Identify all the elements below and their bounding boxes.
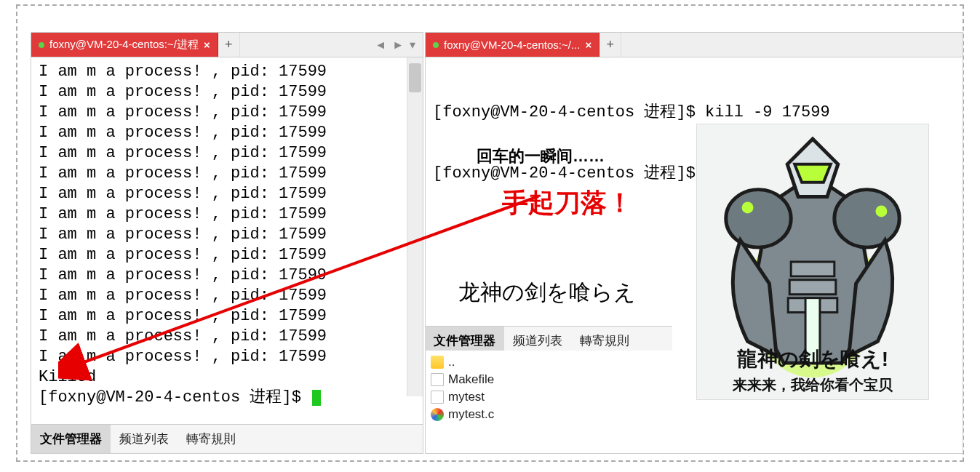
tabbar: foxny@VM-20-4-centos:~/进程 × + ◄ ► ▾ — [31, 33, 423, 57]
terminal-line: I am m a process! , pid: 17599 — [39, 306, 415, 327]
terminal-line: I am m a process! , pid: 17599 — [39, 225, 415, 245]
status-dot-icon — [39, 42, 44, 48]
new-tab-button[interactable]: + — [599, 33, 621, 57]
terminal-line: I am m a process! , pid: 17599 — [39, 82, 415, 103]
file-name: mytest — [448, 390, 485, 404]
svg-point-4 — [726, 190, 791, 248]
file-icon — [431, 391, 444, 404]
terminal-line: [foxny@VM-20-4-centos 进程]$ kill -9 17599 — [433, 103, 955, 123]
scrollbar[interactable] — [407, 57, 423, 396]
file-name: mytest.c — [448, 407, 494, 422]
cursor-icon — [312, 390, 321, 406]
file-row-parent[interactable]: .. — [431, 353, 666, 371]
meme-image: 龍神の剣を喰え! 来来来，我给你看个宝贝 — [696, 124, 929, 400]
bottom-tab-filemanager[interactable]: 文件管理器 — [31, 425, 111, 453]
file-listing: .. Makefile mytest mytest.c — [425, 351, 672, 429]
terminal-line: I am m a process! , pid: 17599 — [39, 184, 415, 204]
terminal-line: I am m a process! , pid: 17599 — [39, 265, 415, 286]
terminal-output[interactable]: [foxny@VM-20-4-centos 进程]$ kill -9 17599… — [426, 57, 963, 105]
bottom-tab-filemanager[interactable]: 文件管理器 — [425, 327, 504, 351]
folder-icon — [431, 356, 444, 369]
terminal-line: I am m a process! , pid: 17599 — [39, 327, 415, 347]
bottom-tabs-right: 文件管理器 频道列表 轉寄規則 — [425, 326, 672, 351]
terminal-line: I am m a process! , pid: 17599 — [39, 347, 415, 367]
terminal-line: I am m a process! , pid: 17599 — [39, 123, 415, 143]
bottom-tab-channels[interactable]: 频道列表 — [504, 327, 571, 351]
close-icon[interactable]: × — [204, 39, 210, 51]
annotation-text-1: 回车的一瞬间…… — [477, 145, 605, 167]
file-row[interactable]: Makefile — [431, 371, 666, 388]
bottom-tabs: 文件管理器 频道列表 轉寄規則 — [31, 424, 423, 453]
annotation-text-3: 龙神の剑を喰らえ — [458, 278, 636, 308]
scrollbar-thumb[interactable] — [409, 63, 421, 92]
terminal-line: I am m a process! , pid: 17599 — [39, 103, 415, 123]
tab-active[interactable]: foxny@VM-20-4-centos:~/进程 × — [31, 33, 218, 57]
tab-active[interactable]: foxny@VM-20-4-centos:~/... × — [426, 33, 599, 57]
next-tab-icon[interactable]: ► — [392, 39, 404, 52]
new-tab-button[interactable]: + — [218, 33, 240, 57]
tabbar: foxny@VM-20-4-centos:~/... × + — [426, 33, 963, 57]
terminal-line: I am m a process! , pid: 17599 — [39, 245, 415, 265]
file-name: Makefile — [448, 372, 494, 387]
svg-point-6 — [742, 202, 754, 214]
tab-nav: ◄ ► ▾ — [367, 33, 423, 57]
meme-caption-1: 龍神の剣を喰え! — [697, 345, 928, 373]
file-name: .. — [448, 355, 455, 369]
bottom-tab-forward[interactable]: 轉寄規則 — [178, 425, 244, 453]
svg-point-7 — [875, 205, 887, 217]
tab-title: foxny@VM-20-4-centos:~/... — [444, 39, 580, 51]
terminal-window-left: foxny@VM-20-4-centos:~/进程 × + ◄ ► ▾ I am… — [31, 32, 423, 454]
c-source-icon — [431, 408, 444, 421]
terminal-line: I am m a process! , pid: 17599 — [39, 143, 415, 164]
file-manager-panel: 文件管理器 频道列表 轉寄規則 .. Makefile mytest mytes… — [425, 326, 672, 429]
file-row[interactable]: mytest.c — [431, 406, 666, 423]
terminal-prompt: [foxny@VM-20-4-centos 进程]$ — [39, 388, 415, 408]
status-dot-icon — [433, 42, 439, 48]
terminal-line: I am m a process! , pid: 17599 — [39, 204, 415, 225]
terminal-line-killed: Killed — [39, 367, 415, 388]
terminal-line: I am m a process! , pid: 17599 — [39, 164, 415, 184]
terminal-line: I am m a process! , pid: 17599 — [39, 286, 415, 306]
prompt-text: [foxny@VM-20-4-centos 进程]$ — [39, 388, 311, 408]
svg-point-5 — [834, 190, 899, 248]
prev-tab-icon[interactable]: ◄ — [375, 39, 386, 52]
close-icon[interactable]: × — [585, 39, 591, 51]
terminal-line: I am m a process! , pid: 17599 — [39, 62, 415, 82]
file-row[interactable]: mytest — [431, 388, 666, 406]
file-icon — [431, 373, 444, 386]
annotation-text-2: 手起刀落！ — [502, 185, 633, 221]
dropdown-icon[interactable]: ▾ — [410, 38, 415, 52]
terminal-output[interactable]: I am m a process! , pid: 17599I am m a p… — [31, 57, 423, 399]
tab-title: foxny@VM-20-4-centos:~/进程 — [49, 38, 199, 52]
meme-caption-2: 来来来，我给你看个宝贝 — [697, 375, 928, 395]
bottom-tab-forward[interactable]: 轉寄規則 — [571, 327, 638, 351]
bottom-tab-channels[interactable]: 频道列表 — [111, 425, 178, 453]
